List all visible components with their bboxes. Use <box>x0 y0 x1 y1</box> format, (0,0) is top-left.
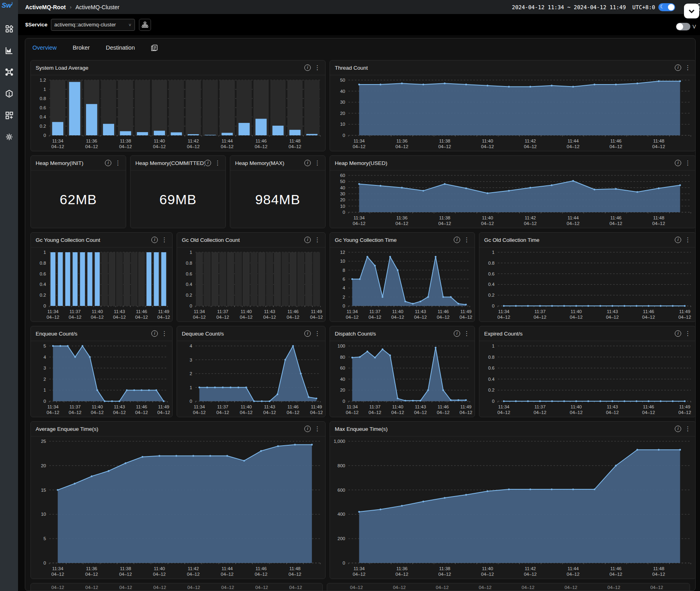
chart-info-icon[interactable]: i <box>105 160 111 166</box>
svg-text:04–12: 04–12 <box>606 315 619 320</box>
svg-text:04–12: 04–12 <box>533 315 546 320</box>
chart-info-icon[interactable]: i <box>675 160 681 166</box>
chart-title: Gc Young Collection Time <box>335 237 454 243</box>
copy-dashboard-icon[interactable] <box>151 44 158 51</box>
svg-text:11:40: 11:40 <box>92 309 103 314</box>
svg-text:04–12: 04–12 <box>216 315 229 320</box>
chart-menu-icon[interactable]: ⋮ <box>314 64 320 71</box>
chart-plot-avg_enqueue_time: 051015202511:3404–1211:3604–1211:3804–12… <box>31 436 325 579</box>
svg-text:0: 0 <box>492 399 495 404</box>
new-dashboard-icon[interactable] <box>4 110 14 121</box>
chart-info-icon[interactable]: i <box>151 330 158 337</box>
time-range-picker[interactable]: 2024-04-12 11:34 ~ 2024-04-12 11:49 UTC+… <box>512 4 655 10</box>
dashboard-container: Overview Broker Destination System Load … <box>25 38 696 591</box>
chart-info-icon[interactable]: i <box>205 160 211 166</box>
marketplace-icon[interactable] <box>4 23 14 34</box>
service-topology-button[interactable] <box>139 19 151 31</box>
chart-info-icon[interactable]: i <box>675 64 681 71</box>
chart-info-icon[interactable]: i <box>304 330 311 337</box>
svg-text:11:48: 11:48 <box>290 139 301 143</box>
svg-text:11:38: 11:38 <box>120 566 131 571</box>
chart-info-icon[interactable]: i <box>675 426 681 432</box>
svg-text:11:46: 11:46 <box>643 309 654 314</box>
svg-text:0.4: 0.4 <box>40 282 46 287</box>
svg-text:11:44: 11:44 <box>221 566 233 571</box>
svg-text:04–12: 04–12 <box>438 144 451 149</box>
version-toggle[interactable] <box>676 23 690 30</box>
svg-text:04–12: 04–12 <box>153 572 166 577</box>
svg-text:11:46: 11:46 <box>438 309 449 314</box>
svg-text:11:43: 11:43 <box>264 404 275 409</box>
svg-text:0.6: 0.6 <box>186 271 192 276</box>
svg-text:04–12: 04–12 <box>391 410 404 415</box>
svg-text:30: 30 <box>340 191 345 196</box>
chart-menu-icon[interactable]: ⋮ <box>685 425 691 432</box>
svg-text:11:36: 11:36 <box>86 139 97 143</box>
svg-text:04–12: 04–12 <box>396 221 408 226</box>
chart-info-icon[interactable]: i <box>304 160 311 166</box>
svg-text:1,000: 1,000 <box>334 439 345 444</box>
chart-menu-icon[interactable]: ⋮ <box>314 425 320 432</box>
collapse-header-button[interactable] <box>684 4 699 18</box>
tab-overview[interactable]: Overview <box>32 44 56 51</box>
chart-info-icon[interactable]: i <box>151 237 158 243</box>
svg-text:40: 40 <box>340 377 345 382</box>
chart-menu-icon[interactable]: ⋮ <box>685 330 691 337</box>
svg-text:0: 0 <box>343 133 345 138</box>
chart-menu-icon[interactable]: ⋮ <box>685 64 691 71</box>
breadcrumb-separator-icon: › <box>70 4 71 10</box>
alerting-icon[interactable] <box>4 88 14 99</box>
svg-text:04–12: 04–12 <box>460 315 473 320</box>
chart-plot-heap_max: 984MB <box>230 171 325 228</box>
breadcrumb-root[interactable]: ActiveMQ-Root <box>25 4 66 10</box>
svg-text:0.8: 0.8 <box>488 261 495 265</box>
chart-menu-icon[interactable]: ⋮ <box>314 159 320 167</box>
chart-menu-icon[interactable]: ⋮ <box>685 236 691 243</box>
chart-title: Expired Count/s <box>484 331 675 337</box>
svg-text:0.6: 0.6 <box>488 271 495 276</box>
metrics-chart-icon[interactable] <box>4 45 14 56</box>
service-select[interactable]: activemq::activemq-cluster˅ <box>51 19 135 31</box>
svg-text:11:49: 11:49 <box>461 404 472 409</box>
chart-menu-icon[interactable]: ⋮ <box>161 236 167 243</box>
skywalking-logo[interactable]: Sw) <box>2 2 13 10</box>
chart-menu-icon[interactable]: ⋮ <box>464 236 470 243</box>
svg-text:11:48: 11:48 <box>653 566 664 571</box>
chart-info-icon[interactable]: i <box>675 330 681 337</box>
chart-info-icon[interactable]: i <box>454 330 460 337</box>
svg-text:11:36: 11:36 <box>396 139 408 143</box>
settings-gear-icon[interactable] <box>4 131 14 142</box>
chart-info-icon[interactable]: i <box>304 64 311 71</box>
chart-menu-icon[interactable]: ⋮ <box>314 330 320 337</box>
breadcrumb-current: ActiveMQ-Cluster <box>75 4 119 10</box>
chart-info-icon[interactable]: i <box>304 426 311 432</box>
chart-menu-icon[interactable]: ⋮ <box>115 159 121 167</box>
tab-broker[interactable]: Broker <box>72 44 90 51</box>
chart-info-icon[interactable]: i <box>675 237 681 243</box>
svg-text:11:43: 11:43 <box>607 404 618 409</box>
chart-info-icon[interactable]: i <box>304 237 311 243</box>
svg-text:11:46: 11:46 <box>136 404 147 409</box>
svg-text:11:42: 11:42 <box>525 215 536 220</box>
svg-text:04–12: 04–12 <box>46 315 59 320</box>
tab-destination[interactable]: Destination <box>106 44 135 51</box>
svg-text:04–12: 04–12 <box>135 315 148 320</box>
chart-menu-icon[interactable]: ⋮ <box>685 159 691 167</box>
topology-icon[interactable] <box>4 66 14 77</box>
chart-menu-icon[interactable]: ⋮ <box>464 330 470 337</box>
svg-text:25: 25 <box>41 439 46 444</box>
chart-info-icon[interactable]: i <box>454 237 460 243</box>
chart-plot-heap_init: 62MB <box>31 171 126 228</box>
metric-value: 984MB <box>230 171 325 228</box>
chart-menu-icon[interactable]: ⋮ <box>314 236 320 243</box>
moon-icon: ☾ <box>660 4 665 10</box>
svg-text:11:43: 11:43 <box>114 309 125 314</box>
chart-menu-icon[interactable]: ⋮ <box>215 159 221 167</box>
svg-text:04–12: 04–12 <box>153 144 166 149</box>
theme-toggle[interactable]: ☾ <box>658 3 675 11</box>
svg-text:0.4: 0.4 <box>488 282 495 287</box>
chart-menu-icon[interactable]: ⋮ <box>161 330 167 337</box>
svg-text:11:34: 11:34 <box>354 139 365 143</box>
svg-text:04–12: 04–12 <box>567 144 579 149</box>
svg-text:11:42: 11:42 <box>188 566 199 571</box>
